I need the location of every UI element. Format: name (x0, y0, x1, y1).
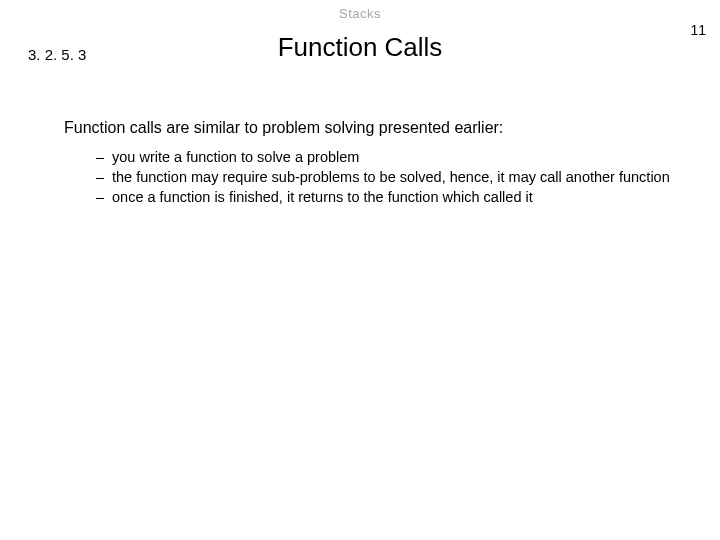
bullet-list: you write a function to solve a problem … (64, 148, 680, 206)
header-topic: Stacks (0, 6, 720, 21)
list-item: you write a function to solve a problem (96, 148, 680, 166)
slide-body: Function calls are similar to problem so… (64, 118, 680, 208)
list-item: once a function is finished, it returns … (96, 188, 680, 206)
intro-text: Function calls are similar to problem so… (64, 118, 680, 138)
slide: Stacks 11 3. 2. 5. 3 Function Calls Func… (0, 0, 720, 540)
slide-title: Function Calls (0, 32, 720, 63)
list-item: the function may require sub-problems to… (96, 168, 680, 186)
